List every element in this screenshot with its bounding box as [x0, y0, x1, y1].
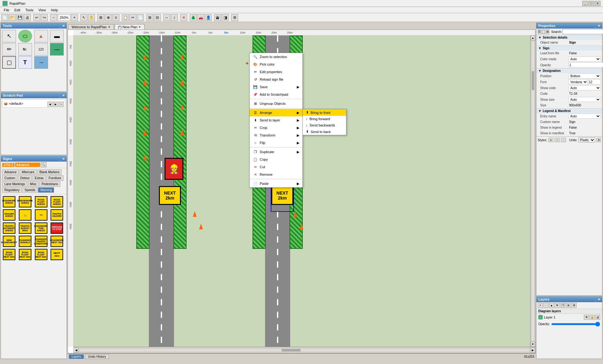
ctx-add-scratchpad[interactable]: 📌 Add to Scratchpad	[250, 91, 302, 98]
new-button[interactable]: 📄	[1, 14, 8, 21]
sign-next2km-left[interactable]: NEXT2km	[159, 186, 181, 211]
ctx-transform[interactable]: ⟲ Transform ▶	[250, 131, 302, 139]
layer-settings-btn[interactable]: ⚙	[572, 303, 577, 308]
menu-file[interactable]: File	[1, 8, 12, 13]
sign-item-19[interactable]: ROAD PLANT NEXT 2km	[34, 248, 48, 261]
settings-button[interactable]: ⚙	[231, 14, 238, 21]
show-code-select[interactable]: Auto	[568, 85, 601, 90]
north-tool-btn[interactable]: N↑	[18, 43, 32, 56]
sign-item-6[interactable]: 👷	[18, 209, 32, 221]
units-settings-btn[interactable]: ⚙	[596, 138, 601, 142]
props-tb-3[interactable]: ⊞	[546, 29, 549, 34]
tools-panel-close[interactable]: ✕	[62, 24, 65, 28]
copy-tb-button[interactable]: 📋	[122, 14, 129, 21]
status-tab-layers[interactable]: Layers	[69, 354, 84, 359]
align-button[interactable]: ≡	[112, 14, 119, 21]
ctx-crop[interactable]: ✂ Crop ▶	[250, 124, 302, 131]
sign-next2km-right[interactable]: NEXT2km	[271, 186, 293, 211]
layers-close[interactable]: ✕	[598, 298, 600, 301]
ctx-copy[interactable]: 📋 Copy	[250, 156, 302, 163]
select-tool-btn[interactable]: ↖	[2, 30, 16, 42]
cursor-button[interactable]: ↖	[80, 14, 87, 21]
minimize-button[interactable]: _	[582, 1, 588, 6]
sign-worker-left[interactable]: 👷	[165, 158, 183, 189]
tab-welcome[interactable]: Welcome to RapidPlan ✕	[68, 24, 114, 29]
sign-item-1[interactable]: ROADWORK AHEAD	[2, 195, 16, 208]
sign-item-16[interactable]: ROADWORK NEXT 7km	[50, 235, 64, 248]
styles-btn-3[interactable]: -	[561, 138, 566, 142]
ctx-arrange[interactable]: ☰ Arrange ▶ ⬆ Bring to front ↑ Bring for…	[250, 109, 302, 116]
h-scrollbar[interactable]: ◀ ▶	[73, 347, 535, 353]
ctx-cut[interactable]: ✂ Cut	[250, 163, 302, 171]
props-tb-2[interactable]: 📋	[541, 29, 546, 34]
signs-minimize[interactable]: _	[59, 157, 61, 161]
styles-btn-1[interactable]: A	[548, 138, 553, 142]
scroll-up-btn[interactable]: ▲	[531, 35, 535, 40]
props-close[interactable]: ✕	[598, 24, 600, 28]
signs-search-btn[interactable]: 🔍	[41, 162, 46, 167]
layer-1-print-btn[interactable]: 🖨	[595, 315, 600, 320]
sign-item-2[interactable]: BRIDGEWORK AHEAD	[18, 195, 32, 208]
tab-welcome-close[interactable]: ✕	[108, 25, 111, 29]
layer-up-btn[interactable]: ▲	[549, 303, 554, 308]
show-size-select[interactable]: Auto	[568, 97, 601, 102]
scratch-minimize[interactable]: _	[59, 94, 61, 97]
sign-item-5[interactable]: GRADER AHEAD	[2, 209, 16, 221]
ctx-flip[interactable]: ↔ Flip ▶	[250, 139, 302, 147]
scratch-prev-btn[interactable]: ◀	[47, 102, 52, 107]
v-scrollbar-track[interactable]	[531, 41, 535, 341]
opacity-input[interactable]	[568, 62, 603, 67]
text-tool-btn[interactable]: T	[18, 56, 32, 69]
v-scrollbar-thumb[interactable]	[532, 71, 534, 90]
sign-item-3[interactable]: ROAD PLANT AHEAD	[34, 195, 48, 208]
v-scrollbar[interactable]: ▲ ▼	[530, 35, 535, 347]
sign-item-18[interactable]: ROAD PLANT NEXT 2km	[18, 248, 32, 261]
font-select[interactable]: Verdana	[568, 79, 588, 84]
rect-tool-btn[interactable]: ▢	[2, 56, 16, 69]
group-button[interactable]: ⊞	[146, 14, 153, 21]
cat-misc[interactable]: Misc	[28, 181, 39, 187]
layer-1-item[interactable]: L Layer 1 👁 🔒 🖨	[536, 314, 602, 321]
canvas-inner[interactable]: 👷 NEXT2km 👷 NEXT2km	[73, 35, 535, 347]
layer-add-btn[interactable]: +	[538, 303, 543, 308]
open-button[interactable]: 📂	[9, 14, 16, 21]
snap-button[interactable]: ⊕	[105, 14, 112, 21]
ctx-send-to-layer[interactable]: ⬇ Send to layer ▶	[250, 116, 302, 124]
zoom-in-button[interactable]: +	[71, 14, 78, 21]
scroll-left-btn[interactable]: ◀	[73, 348, 79, 353]
cat-blank-markers[interactable]: Blank Markers	[37, 169, 62, 175]
cat-furniture[interactable]: Furniture	[46, 175, 63, 181]
save-button[interactable]: 💾	[16, 14, 23, 21]
submenu-bring-front[interactable]: ⬆ Bring to front	[303, 109, 346, 116]
designation-header[interactable]: ▼ Designation	[536, 68, 602, 73]
cat-warning[interactable]: Warning	[38, 187, 54, 193]
legend-header[interactable]: ▼ Legend & Manifest	[536, 109, 602, 113]
sign-item-4[interactable]: ROAD PLANT AHEAD	[50, 195, 64, 208]
color-mode-select[interactable]: Auto	[568, 56, 601, 62]
sign-item-17[interactable]: ROAD PLANT NEXT 2km	[2, 248, 16, 261]
tab-new-plan[interactable]: (*) New Plan ✕	[115, 24, 145, 29]
layer-1-lock-btn[interactable]: 🔒	[589, 315, 595, 320]
barrier-tool-btn[interactable]: ▬	[50, 30, 64, 42]
ungroup-button[interactable]: ⊟	[154, 14, 161, 21]
tree-button[interactable]: 🌲	[190, 14, 197, 21]
cut-tb-button[interactable]: ✂	[129, 14, 136, 21]
cat-pedestrians[interactable]: Pedestrians	[39, 181, 60, 187]
scroll-right-btn[interactable]: ▶	[530, 348, 535, 353]
layer-down-btn[interactable]: ▼	[555, 303, 560, 308]
cone-tool-btn[interactable]: ▲	[34, 30, 48, 42]
car-button[interactable]: 🚗	[197, 14, 204, 21]
cat-speeds[interactable]: Speeds	[22, 187, 37, 193]
opacity-slider[interactable]	[551, 323, 600, 325]
route-tool-btn[interactable]: →	[34, 56, 48, 69]
props-tb-1[interactable]: ☰	[538, 29, 541, 34]
view3d-button[interactable]: ◨	[222, 14, 229, 21]
hand-button[interactable]: ✋	[88, 14, 95, 21]
cat-custom[interactable]: Custom	[2, 175, 17, 181]
units-select[interactable]: Pixels Meters	[579, 137, 595, 142]
menu-edit[interactable]: Edit	[12, 8, 23, 13]
status-tab-undo[interactable]: Undo History	[85, 354, 109, 359]
ctx-paste[interactable]: 📄 Paste ▶	[250, 180, 302, 187]
scratch-close[interactable]: ✕	[62, 94, 65, 97]
scratch-add-btn[interactable]: +	[59, 102, 64, 107]
